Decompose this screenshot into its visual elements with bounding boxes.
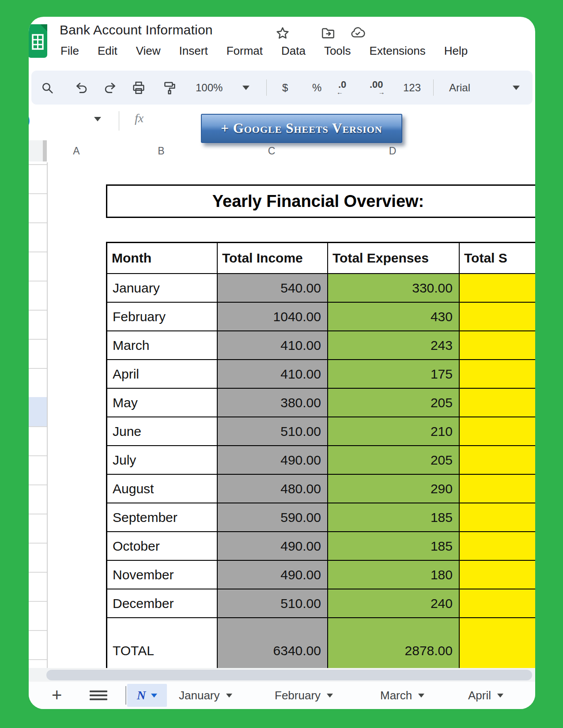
menu-item-format[interactable]: Format — [227, 44, 263, 58]
cell-income[interactable]: 480.00 — [218, 475, 328, 503]
percent-format-button[interactable]: % — [312, 71, 321, 105]
cell-total-income[interactable]: 6340.00 — [218, 618, 328, 669]
cell-expenses[interactable]: 175 — [328, 360, 460, 389]
cell-expenses[interactable]: 185 — [328, 532, 460, 561]
cell-expenses[interactable]: 330.00 — [328, 274, 460, 303]
cell-income[interactable]: 490.00 — [218, 532, 328, 561]
name-box-fragment[interactable]: ) — [29, 113, 30, 128]
active-sheet-tab[interactable]: N — [127, 684, 167, 707]
sheet-tab-march[interactable]: March — [380, 684, 424, 707]
name-box-caret-icon[interactable] — [94, 117, 101, 121]
cell-total-expenses[interactable]: 2878.00 — [328, 618, 460, 669]
cell-month[interactable]: September — [107, 503, 218, 532]
cell-income[interactable]: 590.00 — [218, 503, 328, 532]
cell-income[interactable]: 510.00 — [218, 417, 328, 446]
paint-format-button[interactable] — [162, 71, 177, 105]
sheet-tab-april[interactable]: April — [468, 684, 503, 707]
selected-row-header[interactable] — [29, 397, 47, 426]
select-all-corner[interactable] — [29, 140, 47, 161]
active-tab-caret-icon[interactable] — [151, 694, 157, 698]
table-header-0[interactable]: Month — [107, 243, 218, 274]
sheet-tab-february[interactable]: February — [275, 684, 333, 707]
menu-item-insert[interactable]: Insert — [179, 44, 208, 58]
cell-month[interactable]: April — [107, 360, 218, 389]
column-header-b[interactable]: B — [106, 140, 217, 161]
cell-savings[interactable] — [460, 532, 535, 561]
sheet-tab-caret-icon[interactable] — [226, 694, 232, 698]
cell-month[interactable]: May — [107, 389, 218, 417]
cell-savings[interactable] — [460, 360, 535, 389]
cell-income[interactable]: 540.00 — [218, 274, 328, 303]
menu-item-data[interactable]: Data — [281, 44, 306, 58]
cell-month[interactable]: August — [107, 475, 218, 503]
number-format-button[interactable]: 123 — [403, 71, 421, 105]
currency-format-button[interactable]: $ — [282, 71, 288, 105]
cell-expenses[interactable]: 210 — [328, 417, 460, 446]
cell-month[interactable]: March — [107, 331, 218, 360]
increase-decimal-button[interactable]: .00→ — [370, 71, 383, 105]
cell-income[interactable]: 490.00 — [218, 446, 328, 475]
redo-button[interactable] — [104, 71, 118, 105]
add-sheet-button[interactable]: + — [52, 685, 62, 705]
table-header-2[interactable]: Total Expenses — [328, 243, 460, 274]
cell-expenses[interactable]: 240 — [328, 589, 460, 618]
font-select[interactable]: Arial — [449, 71, 470, 105]
cell-savings[interactable] — [460, 331, 535, 360]
cell-savings[interactable] — [460, 475, 535, 503]
fx-icon[interactable]: fx — [135, 111, 144, 125]
cell-expenses[interactable]: 243 — [328, 331, 460, 360]
cell-month[interactable]: October — [107, 532, 218, 561]
all-sheets-menu-button[interactable] — [90, 690, 107, 702]
cell-savings[interactable] — [460, 274, 535, 303]
table-header-1[interactable]: Total Income — [218, 243, 328, 274]
cell-month[interactable]: June — [107, 417, 218, 446]
search-button[interactable] — [40, 71, 54, 105]
sheets-logo-icon[interactable] — [29, 24, 47, 58]
cell-income[interactable]: 410.00 — [218, 331, 328, 360]
cell-expenses[interactable]: 180 — [328, 561, 460, 589]
font-caret-icon[interactable] — [513, 71, 520, 105]
column-header-d[interactable]: D — [327, 140, 459, 161]
cell-savings[interactable] — [460, 446, 535, 475]
cell-month[interactable]: December — [107, 589, 218, 618]
sheet-tab-caret-icon[interactable] — [497, 694, 503, 698]
cell-savings[interactable] — [460, 303, 535, 331]
table-title-box[interactable]: Yearly Financial Overview: — [106, 184, 535, 218]
undo-button[interactable] — [74, 71, 88, 105]
column-header-a[interactable]: A — [47, 140, 106, 161]
cell-income[interactable]: 510.00 — [218, 589, 328, 618]
move-folder-icon[interactable] — [320, 26, 336, 41]
menu-item-tools[interactable]: Tools — [324, 44, 351, 58]
menu-item-help[interactable]: Help — [444, 44, 468, 58]
cell-total-savings[interactable] — [460, 618, 535, 669]
star-icon[interactable] — [275, 26, 290, 41]
cell-savings[interactable] — [460, 589, 535, 618]
cell-savings[interactable] — [460, 503, 535, 532]
zoom-select[interactable]: 100% — [196, 71, 223, 105]
cell-expenses[interactable]: 185 — [328, 503, 460, 532]
sheet-tab-january[interactable]: January — [179, 684, 232, 707]
cell-income[interactable]: 410.00 — [218, 360, 328, 389]
cloud-status-icon[interactable] — [349, 26, 366, 41]
sheet-tab-caret-icon[interactable] — [327, 694, 333, 698]
column-header-clipped[interactable] — [458, 140, 535, 161]
cell-income[interactable]: 490.00 — [218, 561, 328, 589]
decrease-decimal-button[interactable]: .0← — [338, 71, 346, 105]
cell-expenses[interactable]: 430 — [328, 303, 460, 331]
horizontal-scrollbar[interactable] — [46, 670, 532, 680]
cell-expenses[interactable]: 205 — [328, 389, 460, 417]
column-header-c[interactable]: C — [216, 140, 327, 161]
sheet-tab-caret-icon[interactable] — [418, 694, 424, 698]
menu-item-view[interactable]: View — [136, 44, 161, 58]
cell-month[interactable]: July — [107, 446, 218, 475]
cell-month[interactable]: November — [107, 561, 218, 589]
cell-expenses[interactable]: 290 — [328, 475, 460, 503]
menu-item-edit[interactable]: Edit — [98, 44, 117, 58]
document-title[interactable]: Bank Account Information — [60, 23, 213, 38]
cell-total-label[interactable]: TOTAL — [107, 618, 218, 669]
zoom-caret-icon[interactable] — [242, 71, 249, 105]
cell-savings[interactable] — [460, 389, 535, 417]
print-button[interactable] — [131, 71, 146, 105]
cell-savings[interactable] — [460, 561, 535, 589]
cell-income[interactable]: 380.00 — [218, 389, 328, 417]
